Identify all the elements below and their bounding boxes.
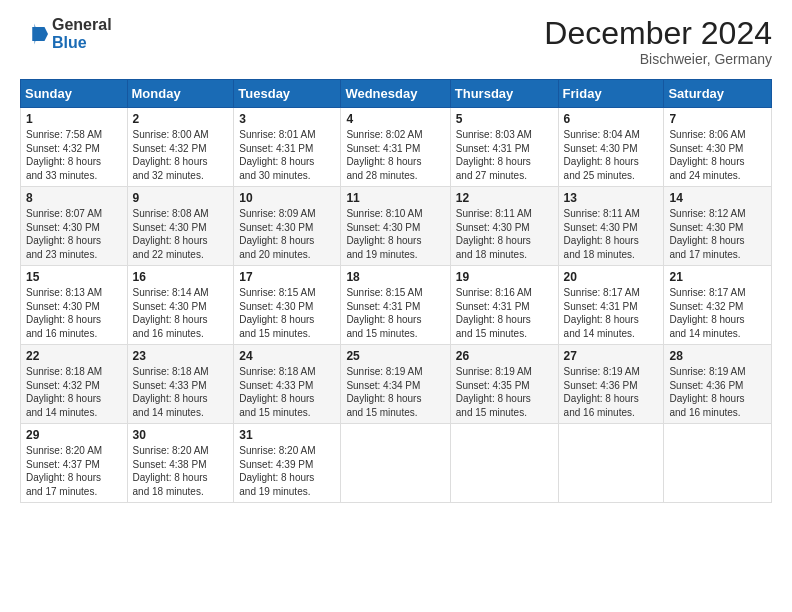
day-number: 28 xyxy=(669,349,766,363)
calendar-cell: 10Sunrise: 8:09 AM Sunset: 4:30 PM Dayli… xyxy=(234,187,341,266)
day-number: 14 xyxy=(669,191,766,205)
cell-content: Sunrise: 8:20 AM Sunset: 4:38 PM Dayligh… xyxy=(133,444,229,498)
calendar-cell: 12Sunrise: 8:11 AM Sunset: 4:30 PM Dayli… xyxy=(450,187,558,266)
calendar-cell: 28Sunrise: 8:19 AM Sunset: 4:36 PM Dayli… xyxy=(664,345,772,424)
day-number: 2 xyxy=(133,112,229,126)
calendar-day-header: Thursday xyxy=(450,80,558,108)
calendar-cell xyxy=(341,424,450,503)
calendar-cell: 22Sunrise: 8:18 AM Sunset: 4:32 PM Dayli… xyxy=(21,345,128,424)
day-number: 9 xyxy=(133,191,229,205)
header: General Blue December 2024 Bischweier, G… xyxy=(20,16,772,67)
day-number: 30 xyxy=(133,428,229,442)
cell-content: Sunrise: 7:58 AM Sunset: 4:32 PM Dayligh… xyxy=(26,128,122,182)
calendar-week-row: 8Sunrise: 8:07 AM Sunset: 4:30 PM Daylig… xyxy=(21,187,772,266)
day-number: 26 xyxy=(456,349,553,363)
calendar-cell: 19Sunrise: 8:16 AM Sunset: 4:31 PM Dayli… xyxy=(450,266,558,345)
cell-content: Sunrise: 8:17 AM Sunset: 4:31 PM Dayligh… xyxy=(564,286,659,340)
calendar-cell: 26Sunrise: 8:19 AM Sunset: 4:35 PM Dayli… xyxy=(450,345,558,424)
day-number: 22 xyxy=(26,349,122,363)
day-number: 21 xyxy=(669,270,766,284)
calendar-cell: 18Sunrise: 8:15 AM Sunset: 4:31 PM Dayli… xyxy=(341,266,450,345)
day-number: 1 xyxy=(26,112,122,126)
calendar-day-header: Wednesday xyxy=(341,80,450,108)
cell-content: Sunrise: 8:16 AM Sunset: 4:31 PM Dayligh… xyxy=(456,286,553,340)
day-number: 23 xyxy=(133,349,229,363)
cell-content: Sunrise: 8:07 AM Sunset: 4:30 PM Dayligh… xyxy=(26,207,122,261)
calendar-cell: 7Sunrise: 8:06 AM Sunset: 4:30 PM Daylig… xyxy=(664,108,772,187)
cell-content: Sunrise: 8:19 AM Sunset: 4:35 PM Dayligh… xyxy=(456,365,553,419)
calendar-cell: 8Sunrise: 8:07 AM Sunset: 4:30 PM Daylig… xyxy=(21,187,128,266)
day-number: 4 xyxy=(346,112,444,126)
cell-content: Sunrise: 8:00 AM Sunset: 4:32 PM Dayligh… xyxy=(133,128,229,182)
cell-content: Sunrise: 8:19 AM Sunset: 4:36 PM Dayligh… xyxy=(564,365,659,419)
cell-content: Sunrise: 8:20 AM Sunset: 4:37 PM Dayligh… xyxy=(26,444,122,498)
cell-content: Sunrise: 8:04 AM Sunset: 4:30 PM Dayligh… xyxy=(564,128,659,182)
calendar-day-header: Saturday xyxy=(664,80,772,108)
calendar-cell: 27Sunrise: 8:19 AM Sunset: 4:36 PM Dayli… xyxy=(558,345,664,424)
cell-content: Sunrise: 8:06 AM Sunset: 4:30 PM Dayligh… xyxy=(669,128,766,182)
cell-content: Sunrise: 8:01 AM Sunset: 4:31 PM Dayligh… xyxy=(239,128,335,182)
day-number: 24 xyxy=(239,349,335,363)
cell-content: Sunrise: 8:17 AM Sunset: 4:32 PM Dayligh… xyxy=(669,286,766,340)
cell-content: Sunrise: 8:20 AM Sunset: 4:39 PM Dayligh… xyxy=(239,444,335,498)
svg-marker-1 xyxy=(34,23,39,44)
calendar-cell: 31Sunrise: 8:20 AM Sunset: 4:39 PM Dayli… xyxy=(234,424,341,503)
day-number: 27 xyxy=(564,349,659,363)
calendar-cell: 9Sunrise: 8:08 AM Sunset: 4:30 PM Daylig… xyxy=(127,187,234,266)
logo-text: General Blue xyxy=(52,16,112,51)
calendar-cell: 25Sunrise: 8:19 AM Sunset: 4:34 PM Dayli… xyxy=(341,345,450,424)
calendar-cell: 4Sunrise: 8:02 AM Sunset: 4:31 PM Daylig… xyxy=(341,108,450,187)
calendar-cell: 23Sunrise: 8:18 AM Sunset: 4:33 PM Dayli… xyxy=(127,345,234,424)
calendar-cell: 3Sunrise: 8:01 AM Sunset: 4:31 PM Daylig… xyxy=(234,108,341,187)
cell-content: Sunrise: 8:15 AM Sunset: 4:31 PM Dayligh… xyxy=(346,286,444,340)
calendar-cell: 13Sunrise: 8:11 AM Sunset: 4:30 PM Dayli… xyxy=(558,187,664,266)
cell-content: Sunrise: 8:11 AM Sunset: 4:30 PM Dayligh… xyxy=(456,207,553,261)
calendar-cell: 30Sunrise: 8:20 AM Sunset: 4:38 PM Dayli… xyxy=(127,424,234,503)
calendar-day-header: Sunday xyxy=(21,80,128,108)
day-number: 18 xyxy=(346,270,444,284)
location: Bischweier, Germany xyxy=(544,51,772,67)
cell-content: Sunrise: 8:09 AM Sunset: 4:30 PM Dayligh… xyxy=(239,207,335,261)
day-number: 12 xyxy=(456,191,553,205)
cell-content: Sunrise: 8:18 AM Sunset: 4:32 PM Dayligh… xyxy=(26,365,122,419)
logo-general-text: General xyxy=(52,16,112,34)
calendar-cell xyxy=(450,424,558,503)
calendar-week-row: 29Sunrise: 8:20 AM Sunset: 4:37 PM Dayli… xyxy=(21,424,772,503)
day-number: 25 xyxy=(346,349,444,363)
calendar-cell: 14Sunrise: 8:12 AM Sunset: 4:30 PM Dayli… xyxy=(664,187,772,266)
cell-content: Sunrise: 8:18 AM Sunset: 4:33 PM Dayligh… xyxy=(239,365,335,419)
calendar-week-row: 1Sunrise: 7:58 AM Sunset: 4:32 PM Daylig… xyxy=(21,108,772,187)
day-number: 15 xyxy=(26,270,122,284)
calendar-day-header: Tuesday xyxy=(234,80,341,108)
cell-content: Sunrise: 8:12 AM Sunset: 4:30 PM Dayligh… xyxy=(669,207,766,261)
calendar-cell: 16Sunrise: 8:14 AM Sunset: 4:30 PM Dayli… xyxy=(127,266,234,345)
calendar-cell: 24Sunrise: 8:18 AM Sunset: 4:33 PM Dayli… xyxy=(234,345,341,424)
calendar-cell: 15Sunrise: 8:13 AM Sunset: 4:30 PM Dayli… xyxy=(21,266,128,345)
cell-content: Sunrise: 8:10 AM Sunset: 4:30 PM Dayligh… xyxy=(346,207,444,261)
calendar-cell: 1Sunrise: 7:58 AM Sunset: 4:32 PM Daylig… xyxy=(21,108,128,187)
day-number: 10 xyxy=(239,191,335,205)
title-block: December 2024 Bischweier, Germany xyxy=(544,16,772,67)
calendar-cell: 5Sunrise: 8:03 AM Sunset: 4:31 PM Daylig… xyxy=(450,108,558,187)
cell-content: Sunrise: 8:18 AM Sunset: 4:33 PM Dayligh… xyxy=(133,365,229,419)
day-number: 16 xyxy=(133,270,229,284)
logo-icon xyxy=(20,20,48,48)
calendar-cell: 11Sunrise: 8:10 AM Sunset: 4:30 PM Dayli… xyxy=(341,187,450,266)
calendar-cell: 6Sunrise: 8:04 AM Sunset: 4:30 PM Daylig… xyxy=(558,108,664,187)
page: General Blue December 2024 Bischweier, G… xyxy=(0,0,792,612)
day-number: 29 xyxy=(26,428,122,442)
calendar-day-header: Friday xyxy=(558,80,664,108)
calendar-cell: 20Sunrise: 8:17 AM Sunset: 4:31 PM Dayli… xyxy=(558,266,664,345)
calendar-cell xyxy=(664,424,772,503)
cell-content: Sunrise: 8:19 AM Sunset: 4:34 PM Dayligh… xyxy=(346,365,444,419)
calendar-header-row: SundayMondayTuesdayWednesdayThursdayFrid… xyxy=(21,80,772,108)
calendar-week-row: 22Sunrise: 8:18 AM Sunset: 4:32 PM Dayli… xyxy=(21,345,772,424)
calendar-day-header: Monday xyxy=(127,80,234,108)
cell-content: Sunrise: 8:19 AM Sunset: 4:36 PM Dayligh… xyxy=(669,365,766,419)
calendar-cell: 17Sunrise: 8:15 AM Sunset: 4:30 PM Dayli… xyxy=(234,266,341,345)
day-number: 8 xyxy=(26,191,122,205)
month-title: December 2024 xyxy=(544,16,772,51)
calendar-table: SundayMondayTuesdayWednesdayThursdayFrid… xyxy=(20,79,772,503)
calendar-cell: 2Sunrise: 8:00 AM Sunset: 4:32 PM Daylig… xyxy=(127,108,234,187)
day-number: 3 xyxy=(239,112,335,126)
